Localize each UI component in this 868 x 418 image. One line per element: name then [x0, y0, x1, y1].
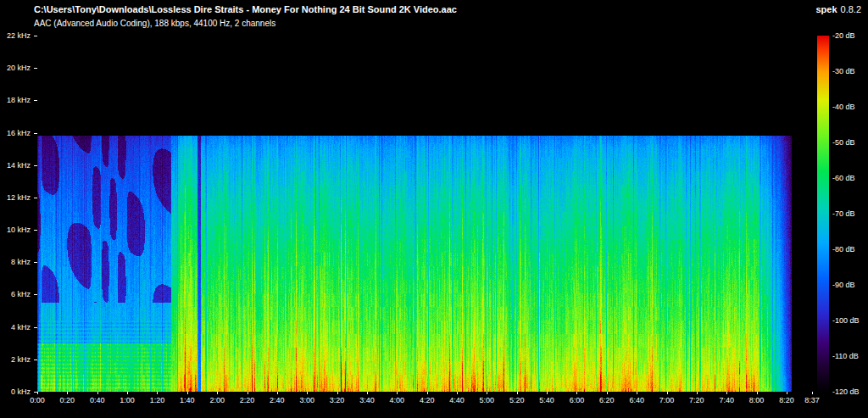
app-name-version: spek0.8.2 — [815, 4, 861, 14]
db-tick-label: -80 dB — [832, 245, 855, 254]
time-tick-label: 1:00 — [120, 396, 135, 404]
time-tick — [547, 392, 548, 394]
freq-tick-label: 6 kHz — [11, 290, 31, 298]
freq-tick-label: 8 kHz — [11, 258, 31, 266]
time-tick — [187, 392, 188, 394]
spectrogram-canvas — [37, 36, 812, 392]
time-tick — [787, 392, 787, 394]
freq-tick-label: 14 kHz — [7, 161, 31, 170]
time-tick-label: 5:00 — [480, 396, 495, 404]
time-tick — [607, 392, 608, 394]
time-tick-label: 1:40 — [180, 396, 195, 404]
time-tick — [97, 392, 98, 394]
file-path-title: C:\Users\Tony\Downloads\Lossless Dire St… — [34, 4, 457, 14]
time-tick — [697, 392, 698, 394]
time-tick — [487, 392, 487, 394]
time-tick — [397, 392, 398, 394]
freq-tick-label: 16 kHz — [7, 129, 31, 137]
time-tick-label: 4:00 — [390, 396, 405, 404]
freq-tick-label: 0 kHz — [11, 387, 31, 396]
freq-tick-label: 12 kHz — [7, 193, 31, 202]
freq-tick-label: 18 kHz — [7, 96, 31, 104]
time-tick-label: 5:40 — [539, 396, 554, 404]
time-tick — [217, 392, 218, 394]
db-tick-label: -40 dB — [832, 103, 855, 111]
time-tick-label: 6:20 — [599, 396, 615, 404]
time-tick-label: 4:20 — [420, 396, 435, 404]
time-tick — [277, 392, 278, 394]
db-axis: -20 dB-30 dB-40 dB-50 dB-60 dB-70 dB-80 … — [832, 36, 868, 392]
time-tick — [576, 392, 577, 394]
db-tick-label: -110 dB — [832, 352, 859, 360]
time-tick-label: 6:40 — [629, 396, 644, 404]
freq-tick-label: 2 kHz — [11, 355, 31, 364]
time-tick — [337, 392, 338, 394]
freq-tick-label: 22 kHz — [7, 31, 31, 40]
time-tick — [157, 392, 158, 394]
time-tick-label: 3:20 — [330, 396, 345, 404]
freq-tick-label: 4 kHz — [11, 323, 31, 332]
time-tick-label: 1:20 — [150, 396, 165, 404]
codec-info: AAC (Advanced Audio Coding), 188 kbps, 4… — [34, 19, 275, 28]
time-tick — [637, 392, 637, 394]
freq-tick-label: 20 kHz — [7, 64, 31, 72]
time-tick — [757, 392, 758, 394]
app-name: spek — [815, 4, 837, 14]
db-tick-label: -30 dB — [832, 67, 855, 75]
time-tick-label: 0:20 — [60, 396, 75, 404]
time-tick-label: 0:40 — [90, 396, 105, 404]
time-tick-label: 2:40 — [270, 396, 285, 404]
time-tick-label: 2:00 — [209, 396, 225, 404]
time-tick-label: 8:00 — [749, 396, 765, 404]
spectrogram-plot — [37, 36, 812, 392]
time-tick — [127, 392, 128, 394]
frequency-axis: 22 kHz20 kHz18 kHz16 kHz14 kHz12 kHz10 k… — [0, 36, 37, 392]
time-axis: 0:000:200:401:001:201:402:002:202:403:00… — [37, 392, 812, 409]
time-tick-label: 0:00 — [30, 396, 45, 404]
time-tick-label: 5:20 — [509, 396, 525, 404]
db-colorbar — [817, 36, 829, 392]
time-tick — [667, 392, 668, 394]
time-tick — [517, 392, 518, 394]
time-tick-label: 3:00 — [299, 396, 314, 404]
db-tick-label: -20 dB — [832, 31, 855, 40]
time-tick-label: 8:37 — [804, 396, 820, 404]
time-tick — [427, 392, 428, 394]
time-tick-label: 7:20 — [689, 396, 704, 404]
time-tick — [812, 392, 813, 394]
db-tick-label: -100 dB — [832, 316, 860, 325]
time-tick — [457, 392, 458, 394]
time-tick-label: 2:20 — [240, 396, 255, 404]
time-tick — [37, 392, 38, 394]
db-tick-label: -120 dB — [832, 387, 860, 396]
freq-tick-label: 10 kHz — [7, 226, 31, 234]
time-tick — [367, 392, 368, 394]
db-tick-label: -70 dB — [832, 209, 855, 218]
time-tick — [248, 392, 248, 394]
time-tick-label: 6:00 — [570, 396, 585, 404]
time-tick-label: 4:40 — [449, 396, 465, 404]
db-tick-label: -60 dB — [832, 174, 855, 182]
db-tick-label: -50 dB — [832, 138, 855, 147]
time-tick-label: 7:40 — [719, 396, 734, 404]
time-tick — [307, 392, 308, 394]
app-version: 0.8.2 — [841, 4, 861, 14]
time-tick-label: 7:00 — [659, 396, 675, 404]
db-tick-label: -90 dB — [832, 281, 855, 289]
time-tick — [726, 392, 727, 394]
time-tick-label: 8:20 — [779, 396, 794, 404]
time-tick-label: 3:40 — [359, 396, 375, 404]
time-tick — [67, 392, 68, 394]
